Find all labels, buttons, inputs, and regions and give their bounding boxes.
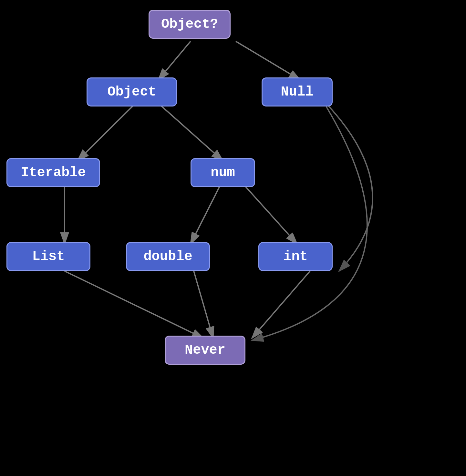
svg-line-11 xyxy=(252,271,310,338)
svg-line-10 xyxy=(194,271,213,338)
svg-line-5 xyxy=(158,103,223,161)
node-never: Never xyxy=(165,336,245,365)
node-null: Null xyxy=(262,77,333,106)
node-list: List xyxy=(6,242,90,271)
node-objectq: Object? xyxy=(149,10,231,39)
arrows-svg xyxy=(0,0,466,476)
svg-line-4 xyxy=(78,103,136,161)
node-object: Object xyxy=(87,77,177,106)
svg-line-8 xyxy=(245,187,297,244)
svg-line-7 xyxy=(191,187,220,244)
svg-line-9 xyxy=(65,271,203,338)
svg-line-3 xyxy=(236,41,300,80)
node-num: num xyxy=(191,158,255,187)
node-int: int xyxy=(258,242,333,271)
node-iterable: Iterable xyxy=(6,158,100,187)
diagram-container: Object? Object Null Iterable num List do… xyxy=(0,0,466,476)
node-double: double xyxy=(126,242,210,271)
svg-line-2 xyxy=(158,41,191,80)
